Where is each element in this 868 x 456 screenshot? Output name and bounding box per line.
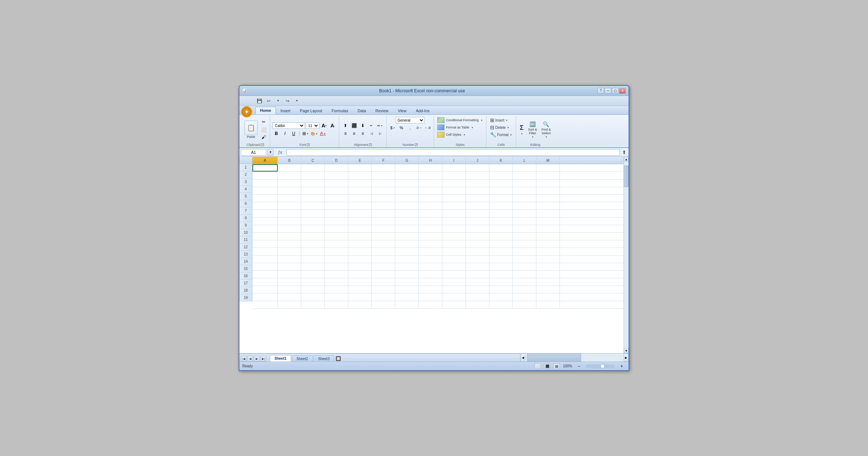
cell-e4[interactable] [348,187,372,194]
az-button[interactable]: 🔤 Sort &Filter ▼ [527,121,539,139]
row-header-17[interactable]: 17 [239,280,252,287]
cell-e14[interactable] [348,263,372,270]
cell-f2[interactable] [372,172,395,179]
cell-e3[interactable] [348,180,372,187]
cell-g2[interactable] [395,172,419,179]
cell-g14[interactable] [395,263,419,270]
font-name-select[interactable]: Calibri [272,122,305,129]
undo-button[interactable]: ↩ [265,97,273,105]
cell-b12[interactable] [278,248,301,255]
cell-a4[interactable] [252,187,278,194]
row-header-7[interactable]: 7 [239,207,252,215]
col-header-a[interactable]: A [252,157,278,164]
align-center-button[interactable]: ≡ [350,130,358,137]
cell-l17[interactable] [513,286,536,293]
cell-a5[interactable] [252,195,278,202]
close-button[interactable]: ✕ [619,88,626,94]
cell-b6[interactable] [278,202,301,210]
col-header-l[interactable]: L [513,157,536,164]
cell-j16[interactable] [466,278,489,286]
cell-a6[interactable] [252,202,278,210]
cell-g17[interactable] [395,286,419,293]
cell-f17[interactable] [372,286,395,293]
name-box-dropdown[interactable]: ▼ [268,149,273,156]
cell-l10[interactable] [513,233,536,240]
cell-m8[interactable] [536,218,560,225]
conditional-formatting-button[interactable]: Conditional Formatting ▼ [436,117,484,123]
cell-c5[interactable] [301,195,325,202]
h-scroll-thumb[interactable] [527,354,581,362]
cell-g10[interactable] [395,233,419,240]
cell-d13[interactable] [325,256,348,263]
zoom-in-button[interactable]: + [618,363,626,370]
cell-g1[interactable] [395,164,419,172]
align-bottom-button[interactable]: ⬇ [359,122,367,129]
cell-a3[interactable] [252,180,278,187]
col-header-g[interactable]: G [395,157,419,164]
align-top-button[interactable]: ⬆ [341,122,349,129]
row-header-2[interactable]: 2 [239,171,252,178]
cell-e8[interactable] [348,218,372,225]
cell-i1[interactable] [442,164,466,172]
cell-a8[interactable] [252,218,278,225]
row-header-18[interactable]: 18 [239,287,252,294]
cell-g8[interactable] [395,218,419,225]
cell-e10[interactable] [348,233,372,240]
cell-a11[interactable] [252,240,278,248]
help-button[interactable]: ? [597,88,604,94]
tab-review[interactable]: Review [371,107,393,114]
cell-e5[interactable] [348,195,372,202]
format-as-table-button[interactable]: Format as Table ▼ [436,124,475,131]
cell-h1[interactable] [419,164,442,172]
wrap-text-button[interactable]: ↵ [367,122,375,129]
cell-j10[interactable] [466,233,489,240]
cell-m16[interactable] [536,278,560,286]
cell-i11[interactable] [442,240,466,248]
cell-m4[interactable] [536,187,560,194]
italic-button[interactable]: I [281,130,289,137]
cell-a15[interactable] [252,271,278,278]
cell-c10[interactable] [301,233,325,240]
cell-d1[interactable] [325,164,348,172]
cell-j3[interactable] [466,180,489,187]
tab-formulas[interactable]: Formulas [327,107,353,114]
cell-f3[interactable] [372,180,395,187]
cell-k4[interactable] [489,187,513,194]
cell-k15[interactable] [489,271,513,278]
font-size-select[interactable]: 11 [306,122,319,129]
customize-quick-access[interactable]: ▼ [293,97,301,105]
insert-button[interactable]: ⊞ Insert ▼ [489,117,509,123]
cell-a12[interactable] [252,248,278,255]
increase-indent-button[interactable]: ▷ [376,130,384,137]
redo-button[interactable]: ↪ [284,97,292,105]
cell-c14[interactable] [301,263,325,270]
page-layout-view-button[interactable]: ⬛ [544,363,550,369]
cell-l13[interactable] [513,256,536,263]
cell-f18[interactable] [372,294,395,301]
cell-l5[interactable] [513,195,536,202]
cell-c11[interactable] [301,240,325,248]
cell-c3[interactable] [301,180,325,187]
cell-i2[interactable] [442,172,466,179]
cell-g9[interactable] [395,225,419,232]
cell-g5[interactable] [395,195,419,202]
cell-b3[interactable] [278,180,301,187]
cell-c2[interactable] [301,172,325,179]
cell-c13[interactable] [301,256,325,263]
scroll-track[interactable] [624,162,629,348]
corner-cell[interactable] [239,157,252,164]
cell-b8[interactable] [278,218,301,225]
cell-l16[interactable] [513,278,536,286]
cell-i8[interactable] [442,218,466,225]
cell-f10[interactable] [372,233,395,240]
cell-b19[interactable] [278,301,301,308]
cell-d12[interactable] [325,248,348,255]
paste-button[interactable]: 📋 Paste [243,120,259,139]
tab-view[interactable]: View [393,107,411,114]
cell-k11[interactable] [489,240,513,248]
cell-b11[interactable] [278,240,301,248]
row-header-16[interactable]: 16 [239,273,252,280]
scroll-thumb[interactable] [624,165,629,187]
cell-h2[interactable] [419,172,442,179]
cell-d6[interactable] [325,202,348,210]
